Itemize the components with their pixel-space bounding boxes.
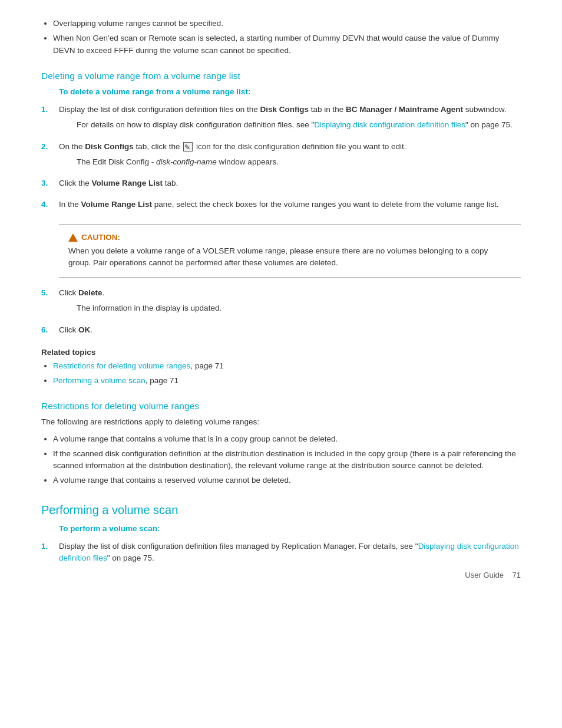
bold-delete: Delete <box>78 288 103 297</box>
italic-disk-config-name: disk-config-name <box>156 157 217 166</box>
section3-step-content-1: Display the list of disk configuration d… <box>59 541 521 568</box>
step-6: 6. Click OK. <box>41 324 521 340</box>
step-number-2: 2. <box>41 141 59 172</box>
step-3: 3. Click the Volume Range List tab. <box>41 177 521 193</box>
top-bullet-list: Overlapping volume ranges cannot be spec… <box>53 18 521 57</box>
caution-label: CAUTION: <box>81 233 120 242</box>
step-number-1: 1. <box>41 104 59 135</box>
related-topic-item-2: Performing a volume scan, page 71 <box>53 375 521 387</box>
link-performing-volume-scan[interactable]: Performing a volume scan <box>53 376 146 385</box>
caution-text: When you delete a volume range of a VOLS… <box>68 245 511 269</box>
section2-bullet-3: A volume range that contains a reserved … <box>53 475 521 486</box>
section2-bullet-1: A volume range that contains a volume th… <box>53 433 521 445</box>
step-number-6: 6. <box>41 324 59 340</box>
bullet-item: When Non Gen'ed scan or Remote scan is s… <box>53 32 521 57</box>
section3-subheading: To perform a volume scan: <box>59 523 521 535</box>
section2-bullet-2: If the scanned disk configuration defini… <box>53 448 521 472</box>
edit-icon <box>183 142 193 151</box>
step-5: 5. Click Delete. The information in the … <box>41 287 521 318</box>
bold-disk-configs-2: Disk Configs <box>85 142 134 151</box>
footer-page-number: 71 <box>513 571 521 579</box>
step3-text: Click the Volume Range List tab. <box>59 177 521 189</box>
step-2: 2. On the Disk Configs tab, click the ic… <box>41 141 521 172</box>
step4-text: In the Volume Range List pane, select th… <box>59 199 521 210</box>
step2-subtext: The Edit Disk Config - disk-config-name … <box>77 156 521 168</box>
step-content-2: On the Disk Configs tab, click the icon … <box>59 141 521 172</box>
footer-label: User Guide <box>465 571 504 579</box>
caution-triangle-icon <box>68 233 78 242</box>
section3-step-number-1: 1. <box>41 541 59 568</box>
related-topic-item-1: Restrictions for deleting volume ranges,… <box>53 360 521 372</box>
link-restrictions-deleting[interactable]: Restrictions for deleting volume ranges <box>53 361 190 370</box>
section3-heading: Performing a volume scan <box>41 503 521 517</box>
step1-text: Display the list of disk configuration d… <box>59 104 521 116</box>
step-content-5: Click Delete. The information in the dis… <box>59 287 521 318</box>
step5-text: Click Delete. <box>59 287 521 299</box>
page-footer: User Guide 71 <box>465 571 521 579</box>
link-displaying-disk-config-2[interactable]: Displaying disk configuration definition… <box>59 542 519 562</box>
related-topics: Related topics Restrictions for deleting… <box>41 348 521 387</box>
step-number-5: 5. <box>41 287 59 318</box>
section2-heading: Restrictions for deleting volume ranges <box>41 401 521 411</box>
bold-disk-configs: Disk Configs <box>260 105 309 114</box>
bold-bc-manager: BC Manager / Mainframe Agent <box>346 105 463 114</box>
bold-volume-range-list-1: Volume Range List <box>92 179 163 187</box>
step-content-1: Display the list of disk configuration d… <box>59 104 521 135</box>
step2-text: On the Disk Configs tab, click the icon … <box>59 141 521 153</box>
related-topics-list: Restrictions for deleting volume ranges,… <box>53 360 521 387</box>
step-content-6: Click OK. <box>59 324 521 340</box>
step-content-3: Click the Volume Range List tab. <box>59 177 521 193</box>
step-4: 4. In the Volume Range List pane, select… <box>41 199 521 214</box>
section3-step1-text: Display the list of disk configuration d… <box>59 541 521 565</box>
step-1: 1. Display the list of disk configuratio… <box>41 104 521 135</box>
section2-bullet-list: A volume range that contains a volume th… <box>53 433 521 487</box>
step-number-3: 3. <box>41 177 59 193</box>
step-number-4: 4. <box>41 199 59 214</box>
bold-ok: OK <box>78 325 90 334</box>
section1-heading: Deleting a volume range from a volume ra… <box>41 71 521 81</box>
step5-subtext: The information in the display is update… <box>77 302 521 314</box>
related-topics-title: Related topics <box>41 348 521 357</box>
step6-text: Click OK. <box>59 324 521 336</box>
related-topic-suffix-2: , page 71 <box>146 376 178 385</box>
page-content: Overlapping volume ranges cannot be spec… <box>0 0 562 597</box>
link-displaying-disk-config-1[interactable]: Displaying disk configuration definition… <box>314 120 465 129</box>
caution-title: CAUTION: <box>68 233 511 242</box>
section1-subheading: To delete a volume range from a volume r… <box>59 86 521 98</box>
bold-volume-range-list-2: Volume Range List <box>81 200 153 209</box>
bullet-item: Overlapping volume ranges cannot be spec… <box>53 18 521 29</box>
related-topic-suffix-1: , page 71 <box>190 361 223 370</box>
step-content-4: In the Volume Range List pane, select th… <box>59 199 521 214</box>
caution-box: CAUTION: When you delete a volume range … <box>59 224 521 278</box>
step1-subtext: For details on how to display disk confi… <box>77 119 521 131</box>
section3-step-1: 1. Display the list of disk configuratio… <box>41 541 521 568</box>
section2-intro: The following are restrictions apply to … <box>41 416 521 428</box>
